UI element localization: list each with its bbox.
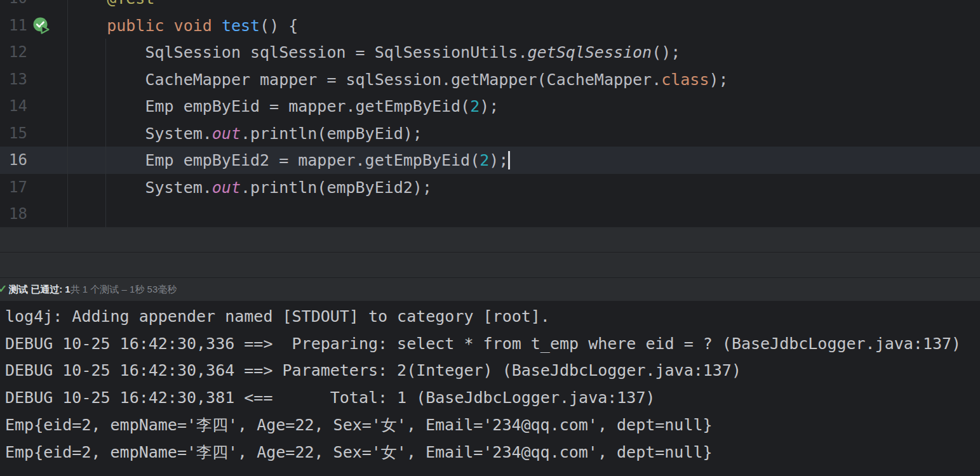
code-text: @Test	[69, 0, 154, 12]
line-number[interactable]: 13	[0, 66, 27, 93]
token-static_field: out	[212, 124, 241, 143]
token-number: 2	[470, 97, 480, 116]
code-line[interactable]: 15 System.out.println(empByEid);	[0, 120, 980, 147]
console-line: DEBUG 10-25 16:42:30,364 ==> Parameters:…	[5, 357, 741, 384]
code-text: Emp empByEid2 = mapper.getEmpByEid(2);	[69, 147, 508, 174]
token-plain: SqlSession sqlSession = SqlSessionUtils.	[145, 43, 527, 62]
token-static_method: getSqlSession	[527, 43, 652, 62]
token-annotation: @Test	[107, 0, 154, 8]
token-plain: () {	[260, 17, 298, 35]
gutter-separator	[67, 0, 68, 227]
code-line[interactable]: 10 @Test	[0, 0, 980, 12]
console-line: log4j: Adding appender named [STDOUT] to…	[5, 303, 550, 330]
code-line[interactable]: 17 System.out.println(empByEid2);	[0, 174, 980, 201]
token-static_field: out	[212, 178, 241, 197]
code-text: CacheMapper mapper = sqlSession.getMappe…	[69, 66, 728, 93]
line-number[interactable]: 16	[0, 147, 27, 174]
token-plain: );	[489, 151, 508, 169]
line-number[interactable]: 10	[0, 0, 27, 12]
token-plain: Emp empByEid2 = mapper.getEmpByEid(	[145, 151, 480, 169]
token-plain: System.	[145, 124, 211, 143]
text-cursor	[508, 151, 510, 169]
token-plain: .println(empByEid2);	[241, 178, 432, 197]
line-number[interactable]: 17	[0, 174, 27, 201]
token-method: test	[222, 17, 260, 35]
token-plain: CacheMapper mapper = sqlSession.getMappe…	[145, 70, 661, 89]
console-line: Emp{eid=2, empName='李四', Age=22, Sex='女'…	[5, 411, 713, 439]
console-line: Emp{eid=2, empName='李四', Age=22, Sex='女'…	[5, 439, 713, 466]
token-plain	[212, 17, 222, 35]
ide-window: 10 @Test11 public void test() {12 SqlSes…	[0, 0, 980, 476]
token-plain: System.	[145, 178, 211, 197]
token-plain: Emp empByEid = mapper.getEmpByEid(	[145, 97, 470, 116]
token-plain: ();	[652, 43, 680, 62]
code-text: Emp empByEid = mapper.getEmpByEid(2);	[69, 93, 499, 120]
test-status-text: 测试 已通过: 1共 1 个测试 – 1秒 53毫秒	[9, 278, 177, 301]
code-text: public void test() {	[69, 12, 298, 39]
console-line: DEBUG 10-25 16:42:30,336 ==> Preparing: …	[5, 330, 961, 357]
code-line[interactable]: 16 Emp empByEid2 = mapper.getEmpByEid(2)…	[0, 147, 980, 174]
line-number[interactable]: 14	[0, 93, 27, 120]
token-number: 2	[480, 151, 489, 169]
test-passed-check-icon: ✓	[0, 278, 7, 301]
console-output[interactable]: log4j: Adding appender named [STDOUT] to…	[0, 301, 980, 476]
editor-bottom-bar	[0, 227, 980, 252]
token-plain: );	[480, 97, 499, 116]
code-editor[interactable]: 10 @Test11 public void test() {12 SqlSes…	[0, 0, 980, 227]
code-text: System.out.println(empByEid2);	[69, 174, 432, 201]
code-line[interactable]: 18	[0, 201, 980, 227]
token-plain: .println(empByEid);	[241, 124, 422, 143]
run-panel-toolbar	[0, 253, 980, 277]
indent-guide	[105, 39, 106, 227]
code-line[interactable]: 11 public void test() {	[0, 12, 980, 39]
line-number[interactable]: 12	[0, 39, 27, 66]
code-line[interactable]: 13 CacheMapper mapper = sqlSession.getMa…	[0, 66, 980, 93]
test-passed-label: 测试 已通过: 1	[9, 284, 70, 294]
token-keyword: void	[174, 17, 212, 35]
test-status-bar: ✓ 测试 已通过: 1共 1 个测试 – 1秒 53毫秒	[0, 278, 980, 301]
console-line: DEBUG 10-25 16:42:30,381 <== Total: 1 (B…	[5, 384, 655, 411]
code-text: SqlSession sqlSession = SqlSessionUtils.…	[69, 39, 680, 66]
test-summary-label: 共 1 个测试 – 1秒 53毫秒	[70, 284, 177, 294]
code-line[interactable]: 12 SqlSession sqlSession = SqlSessionUti…	[0, 39, 980, 66]
code-text: System.out.println(empByEid);	[69, 120, 422, 147]
token-keyword: public	[107, 17, 164, 35]
code-line[interactable]: 14 Emp empByEid = mapper.getEmpByEid(2);	[0, 93, 980, 120]
token-plain	[164, 17, 174, 35]
token-keyword: class	[661, 70, 709, 89]
line-number[interactable]: 11	[0, 12, 27, 39]
line-number[interactable]: 18	[0, 201, 27, 227]
token-plain: );	[709, 70, 728, 89]
test-passed-run-icon[interactable]	[33, 17, 52, 35]
line-number[interactable]: 15	[0, 120, 27, 147]
